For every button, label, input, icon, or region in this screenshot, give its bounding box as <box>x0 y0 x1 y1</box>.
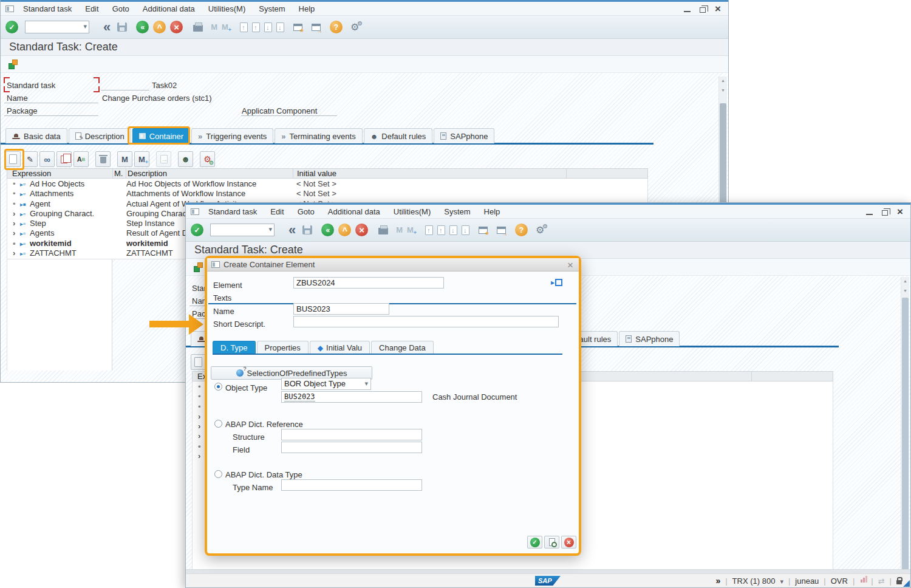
save-icon[interactable] <box>117 22 127 32</box>
status-insert-mode[interactable]: OVR <box>831 576 848 586</box>
find-icon[interactable] <box>211 22 217 32</box>
abap-dict-data-type-radio[interactable] <box>214 470 222 478</box>
menu-system[interactable]: System <box>437 206 477 217</box>
find-next-icon[interactable] <box>407 225 414 234</box>
expander-icon[interactable] <box>198 382 201 392</box>
create-shortcut-icon[interactable] <box>497 227 506 234</box>
find-icon[interactable] <box>396 225 403 234</box>
create-element-button[interactable] <box>191 354 206 370</box>
scrollbar-thumb[interactable] <box>902 298 909 572</box>
table-row[interactable]: Attachments Attachments of Workflow Inst… <box>7 189 648 199</box>
cancel-button[interactable] <box>170 21 183 33</box>
name-field[interactable] <box>4 92 98 103</box>
customize-layout-icon[interactable] <box>536 224 544 236</box>
page-down-icon[interactable] <box>449 225 457 235</box>
expander-icon[interactable] <box>13 179 16 189</box>
menu-goto[interactable]: Goto <box>291 206 321 217</box>
tab-default-rules[interactable]: Default rules <box>364 128 433 143</box>
package-field[interactable] <box>4 105 98 116</box>
rename-button[interactable] <box>73 151 89 167</box>
expander-icon[interactable] <box>13 248 15 258</box>
tab-sapphone[interactable]: SAPphone <box>619 331 680 346</box>
expander-icon[interactable] <box>13 219 15 228</box>
menu-edit[interactable]: Edit <box>264 206 290 217</box>
restore-icon[interactable] <box>700 7 706 13</box>
back-chevrons-icon[interactable] <box>288 222 296 238</box>
scroll-down-icon[interactable] <box>901 287 909 296</box>
back-chevrons-icon[interactable] <box>103 19 111 35</box>
dialog-title-bar[interactable]: Create Container Element <box>207 258 579 272</box>
dialog-check-entries-button[interactable] <box>544 536 559 549</box>
last-page-icon[interactable] <box>462 225 469 235</box>
exit-button[interactable] <box>153 21 166 33</box>
enter-button[interactable] <box>191 224 203 236</box>
agent-assignment-button[interactable] <box>178 151 193 167</box>
menu-standard-task[interactable]: Standard task <box>202 206 264 217</box>
scroll-up-icon[interactable] <box>719 77 727 86</box>
element-input[interactable]: ZBUS2024 <box>293 277 444 289</box>
dialog-name-input[interactable]: BUS2023 <box>293 303 389 315</box>
restore-icon[interactable] <box>882 210 888 216</box>
close-icon[interactable] <box>897 208 903 216</box>
menu-edit[interactable]: Edit <box>78 3 105 15</box>
create-shortcut-icon[interactable] <box>312 24 321 31</box>
find-button[interactable] <box>117 151 132 167</box>
first-page-icon[interactable] <box>240 22 248 32</box>
print-icon[interactable] <box>378 228 388 234</box>
generate-button[interactable] <box>200 151 215 167</box>
close-icon[interactable] <box>715 5 721 13</box>
expander-icon[interactable] <box>13 199 16 209</box>
expander-icon[interactable] <box>13 239 16 248</box>
expander-icon[interactable] <box>198 431 200 441</box>
last-page-icon[interactable] <box>276 22 284 32</box>
object-type-radio[interactable] <box>214 383 222 391</box>
status-caret-icon[interactable] <box>780 576 783 586</box>
page-up-icon[interactable] <box>437 225 445 235</box>
vertical-scrollbar[interactable] <box>901 277 909 576</box>
expander-icon[interactable] <box>198 422 200 431</box>
expander-icon[interactable] <box>198 451 200 461</box>
copy-button[interactable] <box>56 151 72 167</box>
workflow-icon[interactable] <box>9 60 19 69</box>
object-type-value-input[interactable]: BUS2023 <box>281 391 422 403</box>
tab-sapphone[interactable]: SAPphone <box>434 128 494 143</box>
dialog-close-icon[interactable] <box>567 259 573 272</box>
status-system-id[interactable]: TRX (1) 800 <box>732 576 776 586</box>
expander-icon[interactable] <box>13 189 16 199</box>
object-reference-icon[interactable] <box>551 279 562 286</box>
tab-basic-data[interactable]: Basic data <box>5 128 67 143</box>
app-component-field[interactable] <box>241 105 337 116</box>
enter-button[interactable] <box>5 21 18 33</box>
print-icon[interactable] <box>193 25 203 32</box>
back-button[interactable] <box>321 224 334 236</box>
tab-change-data[interactable]: Change Data <box>371 341 434 354</box>
menu-help[interactable]: Help <box>477 206 507 217</box>
page-up-icon[interactable] <box>252 22 260 32</box>
tab-terminating-events[interactable]: Terminating events <box>275 128 362 143</box>
new-session-icon[interactable] <box>479 227 488 234</box>
menu-utilities[interactable]: Utilities(M) <box>387 206 437 217</box>
object-type-dropdown[interactable]: BOR Object Type <box>281 378 371 390</box>
tab-d-type[interactable]: D. Type <box>213 341 256 354</box>
exit-button[interactable] <box>338 224 351 236</box>
workflow-icon[interactable] <box>194 262 205 272</box>
short-descript-input[interactable] <box>293 316 559 327</box>
scrollbar-thumb[interactable] <box>720 103 726 207</box>
display-button[interactable] <box>39 151 55 167</box>
tab-triggering-events[interactable]: Triggering events <box>191 128 273 143</box>
command-field[interactable] <box>25 21 89 33</box>
standard-task-field[interactable] <box>101 80 149 91</box>
tab-initial-value[interactable]: Initial Valu <box>310 341 370 354</box>
save-icon[interactable] <box>302 225 312 234</box>
tab-properties[interactable]: Properties <box>257 341 309 354</box>
page-down-icon[interactable] <box>264 22 272 32</box>
delete-button[interactable] <box>95 151 111 167</box>
expander-icon[interactable] <box>198 442 201 451</box>
expander-icon[interactable] <box>13 209 15 219</box>
horizontal-scrollbar[interactable] <box>186 569 910 573</box>
field-input[interactable] <box>281 442 422 453</box>
menu-standard-task[interactable]: Standard task <box>16 3 78 15</box>
expander-icon[interactable] <box>198 412 200 422</box>
resize-grip[interactable] <box>903 580 910 587</box>
menu-system[interactable]: System <box>252 3 292 15</box>
